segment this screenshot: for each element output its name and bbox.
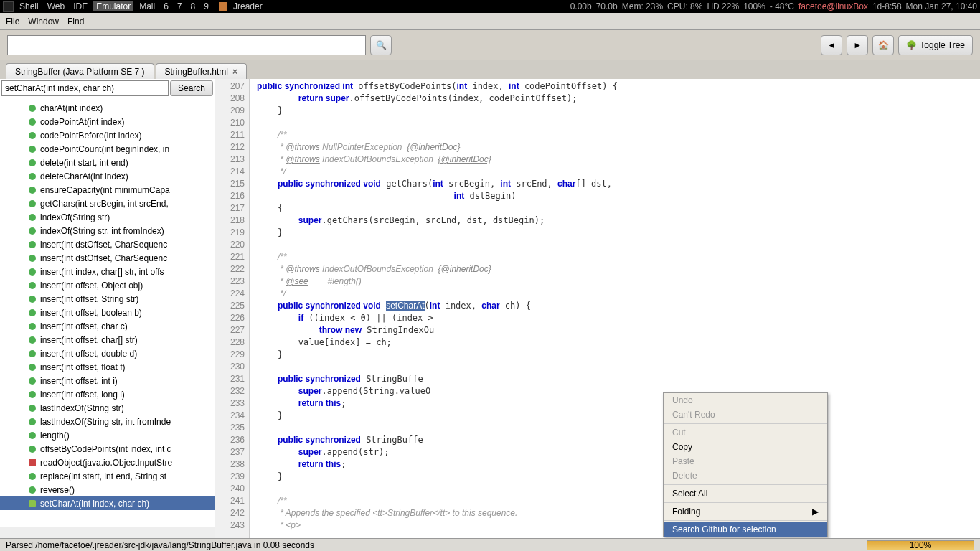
- tree-icon: 🌳: [906, 40, 917, 50]
- method-icon: [29, 200, 36, 207]
- cm-paste[interactable]: Paste: [664, 454, 827, 468]
- statusbar: Parsed /home/facetoe/.jreader/src-jdk/ja…: [0, 538, 980, 551]
- method-icon: [29, 214, 36, 221]
- tree-item[interactable]: insert(int offset, float f): [0, 360, 215, 374]
- tab-javadoc[interactable]: StringBuffer (Java Platform SE 7 ): [6, 63, 154, 79]
- top-shell[interactable]: Shell: [17, 1, 42, 11]
- close-icon[interactable]: ×: [232, 67, 237, 77]
- tree-item[interactable]: replace(int start, int end, String st: [0, 469, 215, 483]
- tree-item-label: insert(int offset, char c): [40, 321, 128, 331]
- tree-item-label: insert(int offset, double d): [40, 349, 137, 359]
- tree-item[interactable]: codePointAt(int index): [0, 115, 215, 128]
- tree-item[interactable]: delete(int start, int end): [0, 156, 215, 169]
- method-icon: [29, 405, 36, 412]
- tree-item[interactable]: insert(int offset, boolean b): [0, 306, 215, 319]
- h-scrollbar[interactable]: [0, 527, 215, 538]
- home-button[interactable]: 🏠: [872, 35, 894, 55]
- cm-copy[interactable]: Copy: [664, 440, 827, 454]
- tree-item[interactable]: indexOf(String str, int fromIndex): [0, 224, 215, 237]
- tree-item-label: lastIndexOf(String str): [40, 403, 124, 413]
- tree-item[interactable]: offsetByCodePoints(int index, int c: [0, 442, 215, 456]
- tree-item[interactable]: insert(int index, char[] str, int offs: [0, 265, 215, 278]
- tree-item-label: insert(int index, char[] str, int offs: [40, 267, 164, 277]
- tree-item-label: lastIndexOf(String str, int fromInde: [40, 417, 171, 427]
- tree-item[interactable]: indexOf(String str): [0, 210, 215, 224]
- tree-item-label: insert(int offset, float f): [40, 362, 126, 372]
- cm-redo[interactable]: Can't Redo: [664, 408, 827, 422]
- code-editor[interactable]: 2072082092102112122132142152162172182192…: [215, 79, 980, 538]
- top-mail[interactable]: Mail: [136, 1, 158, 11]
- menu-file[interactable]: File: [6, 17, 19, 27]
- member-search-button[interactable]: Search: [170, 80, 213, 96]
- tree-item[interactable]: charAt(int index): [0, 101, 215, 115]
- tree-item[interactable]: insert(int offset, int i): [0, 374, 215, 387]
- top-emulator[interactable]: Emulator: [93, 1, 133, 11]
- cm-undo[interactable]: Undo: [664, 393, 827, 408]
- progress-bar: 100%: [867, 540, 974, 550]
- tree-item[interactable]: lastIndexOf(String str, int fromInde: [0, 415, 215, 428]
- cm-cut[interactable]: Cut: [664, 425, 827, 440]
- tab-source[interactable]: StringBuffer.html×: [156, 63, 248, 79]
- tree-item[interactable]: insert(int dstOffset, CharSequenc: [0, 237, 215, 251]
- cm-search-github[interactable]: Search Github for selection: [664, 522, 827, 537]
- cm-folding[interactable]: Folding▶: [664, 504, 827, 519]
- status-text: Parsed /home/facetoe/.jreader/src-jdk/ja…: [6, 540, 314, 550]
- main-search-input[interactable]: [7, 35, 366, 55]
- top-9[interactable]: 9: [201, 1, 212, 11]
- net-down: 0.00b: [570, 1, 592, 11]
- top-6[interactable]: 6: [161, 1, 171, 11]
- tree-item[interactable]: setCharAt(int index, char ch): [0, 496, 215, 510]
- system-topbar: Shell Web IDE Emulator Mail 6 7 8 9 Jrea…: [0, 0, 980, 13]
- separator: [664, 423, 827, 424]
- tab-label: StringBuffer (Java Platform SE 7 ): [15, 67, 145, 77]
- cm-delete[interactable]: Delete: [664, 468, 827, 483]
- tree-item[interactable]: getChars(int srcBegin, int srcEnd,: [0, 197, 215, 210]
- separator: [664, 502, 827, 503]
- tree-item[interactable]: insert(int offset, long l): [0, 387, 215, 401]
- top-7[interactable]: 7: [174, 1, 185, 11]
- method-icon: [29, 105, 36, 112]
- top-8[interactable]: 8: [188, 1, 199, 11]
- tree-item[interactable]: readObject(java.io.ObjectInputStre: [0, 456, 215, 469]
- tree-item[interactable]: codePointBefore(int index): [0, 128, 215, 142]
- member-search-input[interactable]: [1, 80, 169, 96]
- workspace-icon[interactable]: [3, 1, 14, 12]
- toggle-tree-button[interactable]: 🌳Toggle Tree: [898, 35, 973, 55]
- menubar: File Window Find: [0, 13, 980, 30]
- tree-item[interactable]: insert(int offset, char[] str): [0, 333, 215, 347]
- tree-item[interactable]: length(): [0, 428, 215, 442]
- method-icon: [29, 173, 36, 180]
- menu-window[interactable]: Window: [28, 17, 59, 27]
- menu-find[interactable]: Find: [67, 17, 84, 27]
- forward-button[interactable]: ►: [847, 35, 868, 55]
- tree-item[interactable]: reverse(): [0, 483, 215, 496]
- tree-item[interactable]: ensureCapacity(int minimumCapa: [0, 183, 215, 197]
- tree-item-label: indexOf(String str): [40, 212, 110, 222]
- top-web[interactable]: Web: [44, 1, 67, 11]
- cm-select-all[interactable]: Select All: [664, 486, 827, 501]
- tree-item[interactable]: insert(int offset, Object obj): [0, 278, 215, 292]
- method-icon: [29, 118, 36, 126]
- method-icon: [29, 296, 36, 303]
- tree-item[interactable]: codePointCount(int beginIndex, in: [0, 142, 215, 156]
- back-button[interactable]: ◄: [821, 35, 842, 55]
- tree-item-label: insert(int offset, int i): [40, 376, 118, 386]
- app-name[interactable]: Jreader: [230, 1, 265, 11]
- member-tree[interactable]: charAt(int index)codePointAt(int index)c…: [0, 98, 215, 527]
- tree-item[interactable]: lastIndexOf(String str): [0, 401, 215, 415]
- tree-item[interactable]: deleteCharAt(int index): [0, 169, 215, 183]
- tree-item[interactable]: insert(int offset, String str): [0, 292, 215, 306]
- code-area[interactable]: public synchronized int offsetByCodePoin…: [250, 79, 980, 538]
- arrow-right-icon: ►: [853, 40, 862, 50]
- tree-item[interactable]: insert(int dstOffset, CharSequenc: [0, 251, 215, 265]
- top-ide[interactable]: IDE: [70, 1, 90, 11]
- method-icon: [29, 459, 36, 466]
- tree-item[interactable]: insert(int offset, double d): [0, 347, 215, 360]
- method-icon: [29, 486, 36, 494]
- search-button[interactable]: 🔍: [370, 35, 392, 55]
- tree-item-label: length(): [40, 430, 70, 441]
- tab-label: StringBuffer.html: [165, 67, 229, 77]
- method-icon: [29, 336, 36, 344]
- tree-item[interactable]: insert(int offset, char c): [0, 319, 215, 333]
- method-icon: [29, 473, 36, 480]
